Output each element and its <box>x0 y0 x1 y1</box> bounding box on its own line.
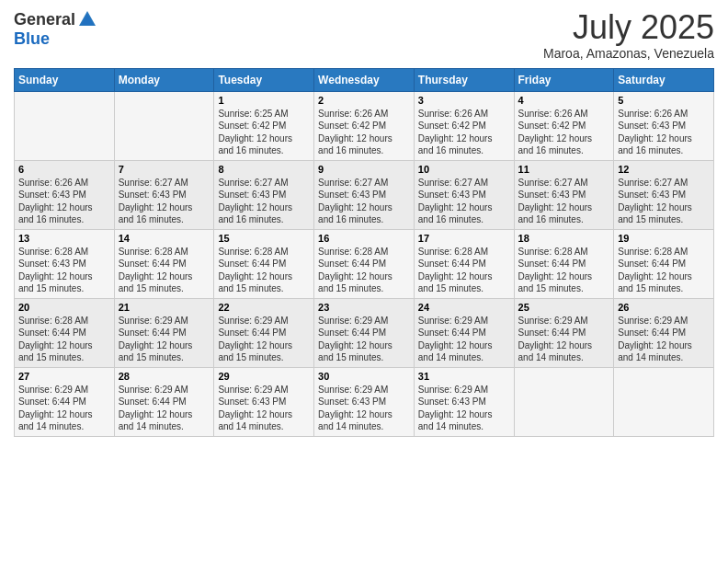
cell-info: Sunrise: 6:25 AMSunset: 6:42 PMDaylight:… <box>218 109 292 156</box>
cell-info: Sunrise: 6:28 AMSunset: 6:44 PMDaylight:… <box>318 247 392 294</box>
calendar-cell: 30Sunrise: 6:29 AMSunset: 6:43 PMDayligh… <box>314 367 415 436</box>
calendar-cell: 5Sunrise: 6:26 AMSunset: 6:43 PMDaylight… <box>614 91 714 160</box>
cell-day-number: 21 <box>119 302 210 313</box>
month-title: July 2025 <box>543 9 714 46</box>
calendar-cell: 2Sunrise: 6:26 AMSunset: 6:42 PMDaylight… <box>314 91 415 160</box>
calendar-header-saturday: Saturday <box>614 68 714 91</box>
calendar-cell: 19Sunrise: 6:28 AMSunset: 6:44 PMDayligh… <box>614 229 714 298</box>
header: General Blue July 2025 Maroa, Amazonas, … <box>14 9 714 61</box>
cell-day-number: 18 <box>518 233 610 244</box>
cell-info: Sunrise: 6:27 AMSunset: 6:43 PMDaylight:… <box>318 178 392 225</box>
calendar-cell: 31Sunrise: 6:29 AMSunset: 6:43 PMDayligh… <box>414 367 514 436</box>
calendar-header-sunday: Sunday <box>15 68 115 91</box>
cell-day-number: 9 <box>318 164 410 175</box>
cell-info: Sunrise: 6:27 AMSunset: 6:43 PMDaylight:… <box>218 178 292 225</box>
cell-day-number: 26 <box>618 302 710 313</box>
calendar-week-row: 6Sunrise: 6:26 AMSunset: 6:43 PMDaylight… <box>15 160 714 229</box>
cell-day-number: 16 <box>318 233 410 244</box>
cell-info: Sunrise: 6:29 AMSunset: 6:43 PMDaylight:… <box>218 385 292 432</box>
cell-info: Sunrise: 6:26 AMSunset: 6:42 PMDaylight:… <box>318 109 392 156</box>
calendar-cell: 16Sunrise: 6:28 AMSunset: 6:44 PMDayligh… <box>314 229 415 298</box>
calendar-cell <box>15 91 115 160</box>
calendar-cell: 28Sunrise: 6:29 AMSunset: 6:44 PMDayligh… <box>114 367 214 436</box>
logo: General Blue <box>14 9 97 49</box>
cell-info: Sunrise: 6:29 AMSunset: 6:43 PMDaylight:… <box>418 385 493 432</box>
cell-info: Sunrise: 6:27 AMSunset: 6:43 PMDaylight:… <box>418 178 493 225</box>
cell-day-number: 28 <box>119 371 210 382</box>
calendar-cell: 7Sunrise: 6:27 AMSunset: 6:43 PMDaylight… <box>114 160 214 229</box>
calendar-header-tuesday: Tuesday <box>214 68 314 91</box>
calendar-cell <box>614 367 714 436</box>
cell-day-number: 24 <box>418 302 510 313</box>
cell-day-number: 20 <box>18 302 110 313</box>
cell-info: Sunrise: 6:29 AMSunset: 6:44 PMDaylight:… <box>119 316 193 363</box>
calendar-cell: 8Sunrise: 6:27 AMSunset: 6:43 PMDaylight… <box>214 160 314 229</box>
calendar-cell: 23Sunrise: 6:29 AMSunset: 6:44 PMDayligh… <box>314 298 415 367</box>
cell-info: Sunrise: 6:29 AMSunset: 6:44 PMDaylight:… <box>218 316 292 363</box>
cell-day-number: 12 <box>618 164 710 175</box>
calendar-cell: 4Sunrise: 6:26 AMSunset: 6:42 PMDaylight… <box>514 91 614 160</box>
calendar-week-row: 1Sunrise: 6:25 AMSunset: 6:42 PMDaylight… <box>15 91 714 160</box>
cell-day-number: 30 <box>318 371 410 382</box>
calendar-header-wednesday: Wednesday <box>314 68 415 91</box>
title-block: July 2025 Maroa, Amazonas, Venezuela <box>543 9 714 61</box>
logo-blue: Blue <box>14 29 50 48</box>
cell-day-number: 5 <box>618 95 710 106</box>
cell-day-number: 7 <box>119 164 210 175</box>
cell-info: Sunrise: 6:29 AMSunset: 6:44 PMDaylight:… <box>18 385 93 432</box>
calendar-week-row: 27Sunrise: 6:29 AMSunset: 6:44 PMDayligh… <box>15 367 714 436</box>
cell-info: Sunrise: 6:28 AMSunset: 6:44 PMDaylight:… <box>119 247 193 294</box>
calendar-header-thursday: Thursday <box>414 68 514 91</box>
cell-info: Sunrise: 6:28 AMSunset: 6:44 PMDaylight:… <box>218 247 292 294</box>
cell-info: Sunrise: 6:26 AMSunset: 6:43 PMDaylight:… <box>18 178 93 225</box>
calendar-cell: 13Sunrise: 6:28 AMSunset: 6:43 PMDayligh… <box>15 229 115 298</box>
cell-info: Sunrise: 6:27 AMSunset: 6:43 PMDaylight:… <box>119 178 193 225</box>
calendar-cell: 9Sunrise: 6:27 AMSunset: 6:43 PMDaylight… <box>314 160 415 229</box>
page: General Blue July 2025 Maroa, Amazonas, … <box>0 0 728 563</box>
cell-info: Sunrise: 6:26 AMSunset: 6:43 PMDaylight:… <box>618 109 692 156</box>
cell-day-number: 15 <box>218 233 310 244</box>
calendar-cell: 25Sunrise: 6:29 AMSunset: 6:44 PMDayligh… <box>514 298 614 367</box>
cell-info: Sunrise: 6:28 AMSunset: 6:44 PMDaylight:… <box>418 247 493 294</box>
cell-day-number: 14 <box>119 233 210 244</box>
location: Maroa, Amazonas, Venezuela <box>543 46 714 61</box>
cell-day-number: 13 <box>18 233 110 244</box>
calendar-header-friday: Friday <box>514 68 614 91</box>
calendar-cell: 22Sunrise: 6:29 AMSunset: 6:44 PMDayligh… <box>214 298 314 367</box>
cell-info: Sunrise: 6:27 AMSunset: 6:43 PMDaylight:… <box>518 178 593 225</box>
calendar-cell: 20Sunrise: 6:28 AMSunset: 6:44 PMDayligh… <box>15 298 115 367</box>
cell-day-number: 19 <box>618 233 710 244</box>
cell-day-number: 1 <box>218 95 310 106</box>
cell-info: Sunrise: 6:26 AMSunset: 6:42 PMDaylight:… <box>418 109 493 156</box>
calendar-cell: 15Sunrise: 6:28 AMSunset: 6:44 PMDayligh… <box>214 229 314 298</box>
cell-day-number: 6 <box>18 164 110 175</box>
cell-info: Sunrise: 6:29 AMSunset: 6:44 PMDaylight:… <box>518 316 593 363</box>
calendar-cell <box>114 91 214 160</box>
cell-day-number: 17 <box>418 233 510 244</box>
cell-day-number: 31 <box>418 371 510 382</box>
cell-info: Sunrise: 6:29 AMSunset: 6:43 PMDaylight:… <box>318 385 392 432</box>
calendar-table: SundayMondayTuesdayWednesdayThursdayFrid… <box>14 68 714 437</box>
cell-info: Sunrise: 6:27 AMSunset: 6:43 PMDaylight:… <box>618 178 692 225</box>
cell-day-number: 11 <box>518 164 610 175</box>
cell-info: Sunrise: 6:26 AMSunset: 6:42 PMDaylight:… <box>518 109 593 156</box>
cell-day-number: 10 <box>418 164 510 175</box>
logo-general: General <box>14 11 75 28</box>
calendar-cell: 24Sunrise: 6:29 AMSunset: 6:44 PMDayligh… <box>414 298 514 367</box>
calendar-cell: 11Sunrise: 6:27 AMSunset: 6:43 PMDayligh… <box>514 160 614 229</box>
calendar-cell: 3Sunrise: 6:26 AMSunset: 6:42 PMDaylight… <box>414 91 514 160</box>
calendar-week-row: 20Sunrise: 6:28 AMSunset: 6:44 PMDayligh… <box>15 298 714 367</box>
calendar-cell: 29Sunrise: 6:29 AMSunset: 6:43 PMDayligh… <box>214 367 314 436</box>
cell-info: Sunrise: 6:29 AMSunset: 6:44 PMDaylight:… <box>119 385 193 432</box>
cell-info: Sunrise: 6:29 AMSunset: 6:44 PMDaylight:… <box>318 316 392 363</box>
calendar-cell: 10Sunrise: 6:27 AMSunset: 6:43 PMDayligh… <box>414 160 514 229</box>
calendar-cell: 1Sunrise: 6:25 AMSunset: 6:42 PMDaylight… <box>214 91 314 160</box>
cell-day-number: 27 <box>18 371 110 382</box>
cell-day-number: 29 <box>218 371 310 382</box>
cell-day-number: 4 <box>518 95 610 106</box>
cell-day-number: 25 <box>518 302 610 313</box>
cell-day-number: 8 <box>218 164 310 175</box>
calendar-cell: 26Sunrise: 6:29 AMSunset: 6:44 PMDayligh… <box>614 298 714 367</box>
cell-day-number: 22 <box>218 302 310 313</box>
cell-info: Sunrise: 6:28 AMSunset: 6:44 PMDaylight:… <box>518 247 593 294</box>
